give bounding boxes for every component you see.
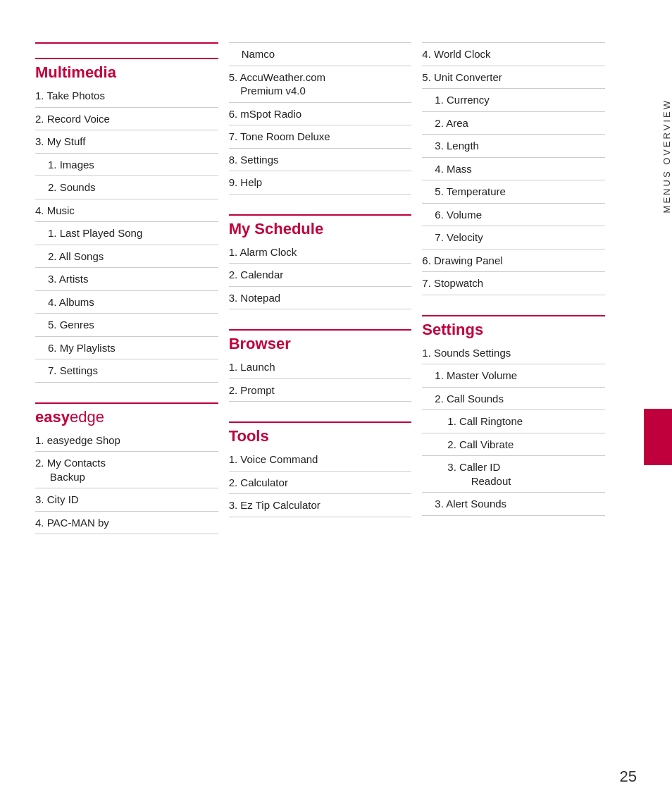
list-item: 4. PAC-MAN by (35, 512, 218, 535)
list-item: 2. Area (422, 112, 605, 135)
list-item: 6. Volume (422, 204, 605, 227)
list-item: 6. Drawing Panel (422, 250, 605, 273)
list-item: 3. Alert Sounds (422, 493, 605, 516)
list-item: 2. Sounds (35, 176, 218, 199)
list-item: 3. Length (422, 135, 605, 158)
list-item: 3. City ID (35, 488, 218, 512)
section-tools: Tools (229, 427, 269, 445)
side-label-text: Menus Overview (661, 99, 672, 213)
list-item: 2. All Songs (35, 245, 218, 269)
list-item: 5. Temperature (422, 180, 605, 204)
list-item: 1. Take Photos (35, 85, 218, 108)
list-item: 5. Unit Converter (422, 66, 605, 90)
list-item: 3. My Stuff (35, 130, 218, 154)
list-item: 2. Call Vibrate (422, 433, 605, 457)
list-item: 1. Call Ringtone (422, 410, 605, 433)
list-item: 3. Notepad (229, 287, 412, 310)
list-item: 3. Artists (35, 268, 218, 291)
list-item: 6. My Playlists (35, 337, 218, 360)
list-item: 2. Call Sounds (422, 388, 605, 411)
list-item: 3. Ez Tip Calculator (229, 494, 412, 517)
list-item: 8. Settings (229, 149, 412, 172)
column-1: Multimedia 1. Take Photos 2. Record Voic… (35, 42, 229, 786)
list-item: 2. Calendar (229, 264, 412, 287)
list-item: 1. Last Played Song (35, 222, 218, 245)
list-item: 4. World Clock (422, 42, 605, 66)
section-multimedia: Multimedia (35, 58, 218, 82)
list-item: 5. Genres (35, 314, 218, 337)
list-item: 1. Master Volume (422, 364, 605, 388)
section-myschedule: My Schedule (229, 220, 323, 238)
list-item: 5. AccuWeather.com Premium v4.0 (229, 66, 412, 103)
list-item: 4. Mass (422, 158, 605, 181)
list-item: 7. Tone Room Deluxe (229, 125, 412, 149)
list-item: 1. easyedge Shop (35, 429, 218, 452)
list-item: 4. Music (35, 199, 218, 223)
list-item: 2. Prompt (229, 379, 412, 402)
easy-bold: easy (35, 408, 70, 426)
list-item: Namco (229, 42, 412, 66)
list-item: 3. Caller ID Readout (422, 456, 605, 493)
list-item: 7. Settings (35, 359, 218, 383)
list-item: 4. Albums (35, 291, 218, 314)
columns: Multimedia 1. Take Photos 2. Record Voic… (35, 42, 651, 786)
list-item: 2. Calculator (229, 472, 412, 495)
list-item: 1. Images (35, 154, 218, 177)
list-item: 6. mSpot Radio (229, 103, 412, 126)
section-browser: Browser (229, 335, 291, 352)
page-content: Multimedia 1. Take Photos 2. Record Voic… (0, 0, 672, 807)
edge-text: edge (70, 408, 104, 426)
list-item: 7. Velocity (422, 226, 605, 250)
list-item: 1. Sounds Settings (422, 342, 605, 365)
list-item: 2. Record Voice (35, 108, 218, 131)
accent-bar (644, 409, 672, 465)
list-item: 1. Voice Command (229, 448, 412, 472)
list-item: 7. Stopwatch (422, 272, 605, 295)
list-item: 9. Help (229, 171, 412, 195)
side-label-container: Menus Overview (644, 0, 672, 705)
list-item: 2. My Contacts Backup (35, 452, 218, 488)
section-settings: Settings (422, 321, 483, 338)
column-2: Namco 5. AccuWeather.com Premium v4.0 6.… (229, 42, 423, 786)
column-3: 4. World Clock 5. Unit Converter 1. Curr… (422, 42, 616, 786)
page-number: 25 (620, 768, 637, 786)
list-item: 1. Alarm Clock (229, 241, 412, 264)
list-item: 1. Launch (229, 356, 412, 379)
list-item: 1. Currency (422, 89, 605, 112)
